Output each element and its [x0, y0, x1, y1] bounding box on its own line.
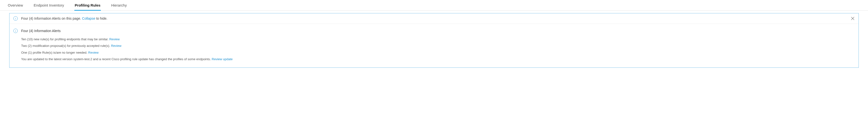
close-icon: [851, 17, 855, 20]
review-link[interactable]: Review: [111, 44, 122, 47]
tab-profiling-rules[interactable]: Profiling Rules: [74, 0, 101, 10]
alert-item-text: You are updated to the latest version sy…: [21, 57, 212, 61]
alert-item-text: Two (2) modification proposal(s) for pre…: [21, 44, 111, 47]
tab-overview[interactable]: Overview: [7, 0, 24, 10]
review-update-link[interactable]: Review update: [212, 57, 232, 61]
info-icon: i: [13, 16, 18, 21]
alert-item: One (1) profile Rule(s) is/are no longer…: [21, 49, 855, 56]
alert-summary-text: Four (4) Information Alerts on this page…: [21, 16, 107, 21]
tab-label: Endpoint Inventory: [34, 3, 64, 7]
collapse-link[interactable]: Collapse: [82, 16, 95, 21]
alert-item: You are updated to the latest version sy…: [21, 56, 855, 62]
tabs-bar: Overview Endpoint Inventory Profiling Ru…: [0, 0, 868, 11]
review-link[interactable]: Review: [88, 51, 99, 55]
info-icon: i: [13, 29, 18, 33]
tab-label: Profiling Rules: [75, 3, 101, 7]
summary-prefix: Four (4) Information Alerts on this page…: [21, 16, 82, 21]
content-area: i Four (4) Information Alerts on this pa…: [0, 11, 868, 73]
alert-item-text: One (1) profile Rule(s) is/are no longer…: [21, 51, 88, 55]
close-button[interactable]: [850, 16, 855, 21]
alert-details-title: Four (4) Information Alerts: [21, 29, 61, 33]
summary-suffix: to hide.: [95, 16, 107, 21]
alert-items-list: Ten (10) new rule(s) for profiling endpo…: [21, 36, 855, 63]
alert-details-header: i Four (4) Information Alerts: [13, 29, 855, 33]
alert-details: i Four (4) Information Alerts Ten (10) n…: [9, 24, 859, 67]
alert-item-text: Ten (10) new rule(s) for profiling endpo…: [21, 37, 110, 41]
tab-hierarchy[interactable]: Hierarchy: [111, 0, 127, 10]
alert-box: i Four (4) Information Alerts on this pa…: [9, 13, 859, 68]
alert-summary: i Four (4) Information Alerts on this pa…: [9, 13, 859, 24]
alert-item: Ten (10) new rule(s) for profiling endpo…: [21, 36, 855, 42]
review-link[interactable]: Review: [110, 37, 120, 41]
tab-endpoint-inventory[interactable]: Endpoint Inventory: [33, 0, 65, 10]
tab-label: Overview: [8, 3, 23, 7]
alert-item: Two (2) modification proposal(s) for pre…: [21, 42, 855, 49]
tab-label: Hierarchy: [111, 3, 127, 7]
